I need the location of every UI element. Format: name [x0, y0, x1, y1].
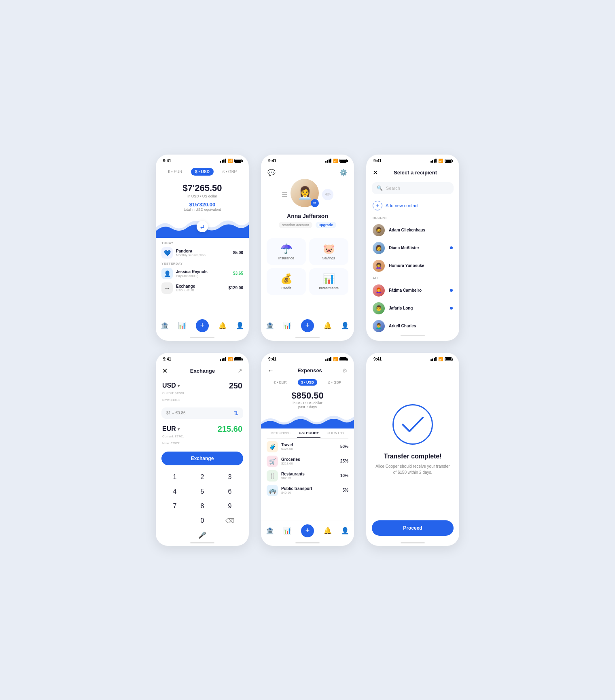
list-item[interactable]: 👩 Diana McAlister [366, 239, 459, 257]
exchange-arrow-btn[interactable]: ⇄ [197, 221, 208, 232]
status-icons-1: 📶 [220, 159, 242, 163]
list-item[interactable]: 👨‍🦱 Arkell Charles [366, 317, 459, 335]
signal-5 [325, 357, 331, 361]
rate-row: $1 = €0.86 ⇅ [161, 407, 243, 419]
nav-wallet-5[interactable]: 🏦 [266, 527, 274, 535]
nav-bell-2[interactable]: 🔔 [324, 322, 332, 329]
key-7[interactable]: 7 [161, 499, 188, 513]
transport-info: Public transport $40.50 [281, 486, 343, 494]
exp-tab-gbp[interactable]: £ • GBP [325, 379, 344, 386]
key-5[interactable]: 5 [189, 485, 216, 498]
transport-pct: 5% [343, 488, 348, 492]
proceed-button[interactable]: Proceed [372, 520, 454, 536]
back-icon[interactable]: ← [267, 367, 274, 374]
status-icons-3: 📶 [430, 159, 452, 163]
nav-chart-2[interactable]: 📊 [283, 322, 291, 329]
nav-plus-2[interactable]: + [301, 319, 314, 332]
exp-tab-usd[interactable]: $ • USD [298, 379, 317, 386]
wifi-1: 📶 [228, 159, 233, 163]
badge-upgrade[interactable]: upgrade [316, 222, 337, 228]
expand-icon[interactable]: ↗ [238, 367, 242, 374]
tab-category[interactable]: CATEGORY [297, 428, 320, 438]
key-8[interactable]: 8 [189, 499, 216, 513]
tab-country[interactable]: COUNTRY [325, 428, 346, 438]
tx-info-pandora: Pandora Monthly subscription [176, 249, 233, 257]
key-9[interactable]: 9 [216, 499, 243, 513]
wifi-3: 📶 [438, 159, 443, 163]
exchange-button[interactable]: Exchange [161, 452, 243, 465]
exchange-title: Exchange [168, 368, 238, 374]
home-indicator-1 [190, 337, 214, 338]
divider-1 [267, 234, 348, 234]
key-2[interactable]: 2 [189, 470, 216, 484]
close-icon[interactable]: ✕ [373, 169, 378, 176]
contact-avatar-arkell: 👨‍🦱 [373, 320, 385, 332]
nav-chart-1[interactable]: 📊 [178, 322, 186, 329]
menu-icon[interactable]: ☰ [282, 191, 287, 198]
wifi-5: 📶 [333, 357, 338, 361]
nav-bell-5[interactable]: 🔔 [324, 527, 332, 535]
service-insurance[interactable]: ☂️ Insurance [267, 238, 306, 265]
nav-wallet-1[interactable]: 🏦 [161, 322, 169, 329]
swap-icon[interactable]: ⇅ [233, 410, 238, 416]
tab-usd-1[interactable]: $ • USD [191, 168, 214, 176]
filter-icon[interactable]: ⚙ [342, 367, 348, 374]
signal-1 [220, 159, 226, 163]
list-item[interactable]: 👨 Jafaris Long [366, 299, 459, 317]
add-contact-row[interactable]: + Add new contact [366, 197, 459, 214]
mic-icon[interactable]: 🎤 [198, 531, 206, 539]
key-delete[interactable]: ⌫ [216, 514, 243, 528]
wave-section-1: ⇄ [156, 216, 249, 238]
home-indicator-2 [295, 337, 320, 338]
nav-plus-5[interactable]: + [301, 524, 314, 537]
tab-merchant[interactable]: MERCHANT [269, 428, 293, 438]
bottom-nav-1: 🏦 📊 + 🔔 👤 [156, 315, 249, 337]
eur-selector[interactable]: EUR ▾ [162, 425, 180, 433]
dropdown-arrow-eur: ▾ [178, 427, 180, 431]
tx-sub-jessica: Payback time :) [176, 274, 233, 278]
contact-name-jafaris: Jafaris Long [389, 306, 450, 310]
avatar-edit-btn[interactable]: ✏ [311, 199, 319, 207]
online-indicator-jafaris [450, 307, 453, 310]
nav-user-2[interactable]: 👤 [341, 322, 349, 329]
transport-amount: $40.50 [281, 491, 343, 494]
avatar: 👩‍💼 ✏ [291, 179, 319, 207]
close-icon-exchange[interactable]: ✕ [162, 367, 168, 375]
nav-plus-1[interactable]: + [196, 319, 209, 332]
list-item[interactable]: 👩‍🦰 Fátima Cambeiro [366, 282, 459, 299]
list-item[interactable]: 👩‍🦱 Homura Yunosuke [366, 257, 459, 275]
contact-avatar-homura: 👩‍🦱 [373, 260, 385, 272]
nav-chart-5[interactable]: 📊 [283, 527, 291, 535]
key-0[interactable]: 0 [189, 514, 216, 528]
key-6[interactable]: 6 [216, 485, 243, 498]
restaurants-name: Restaurants [281, 472, 340, 476]
nav-bell-1[interactable]: 🔔 [218, 322, 227, 329]
key-4[interactable]: 4 [161, 485, 188, 498]
key-3[interactable]: 3 [216, 470, 243, 484]
tx-amount-pandora: $5.00 [233, 250, 243, 255]
exchange-icon: ↔ [161, 282, 173, 294]
success-body: Transfer complete! Alice Cooper should r… [366, 364, 459, 516]
status-icons-2: 📶 [325, 159, 347, 163]
service-savings[interactable]: 🐷 Savings [309, 238, 348, 265]
exp-tab-eur[interactable]: € • EUR [271, 379, 290, 386]
chat-icon[interactable]: 💬 [267, 169, 276, 176]
tab-gbp-1[interactable]: £ • GBP [218, 168, 241, 176]
list-item[interactable]: 🧔 Adam Glickenhaus [366, 221, 459, 239]
usd-selector[interactable]: USD ▾ [162, 382, 180, 389]
service-investments[interactable]: 📊 Investments [309, 268, 348, 295]
travel-amount: $425.00 [281, 447, 340, 451]
profile-center: ☰ 👩‍💼 ✏ ✏ Anna Jefferson standart accoun… [261, 176, 354, 232]
edit-icon[interactable]: ✏ [322, 189, 333, 200]
key-1[interactable]: 1 [161, 470, 188, 484]
search-box[interactable]: 🔍 Search [372, 182, 454, 194]
nav-user-5[interactable]: 👤 [341, 527, 349, 535]
settings-icon[interactable]: ⚙️ [339, 169, 348, 176]
tab-eur-1[interactable]: € • EUR [164, 168, 187, 176]
nav-wallet-2[interactable]: 🏦 [266, 322, 274, 329]
home-indicator-5 [295, 542, 320, 543]
service-credit[interactable]: 💰 Credit [267, 268, 306, 295]
savings-label: Savings [322, 256, 335, 260]
nav-user-1[interactable]: 👤 [236, 322, 244, 329]
contact-name-fatima: Fátima Cambeiro [389, 288, 450, 293]
